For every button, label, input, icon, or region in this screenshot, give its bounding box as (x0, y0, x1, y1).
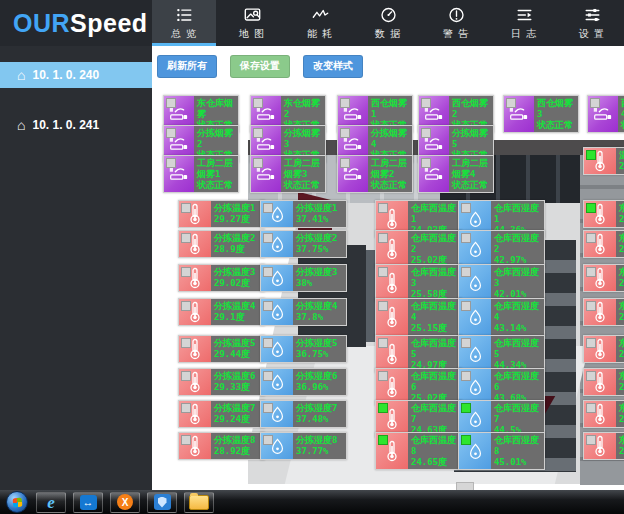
tile-checkbox[interactable] (461, 338, 471, 348)
smoke-detector-tile[interactable]: 西仓烟雾4 状态正常 (587, 95, 624, 133)
sensor-tile[interactable]: 分拣温度1 29.27度 (178, 200, 265, 228)
tile-checkbox[interactable] (586, 371, 596, 381)
tab-日志[interactable]: 日 志 (492, 0, 556, 46)
sensor-tile[interactable]: 东仓温度6 23 (583, 368, 624, 396)
security-shield[interactable] (147, 492, 177, 513)
sensor-tile[interactable]: 仓库西温度4 25.15度 (375, 298, 462, 336)
sensor-tile[interactable]: 分拣温度6 29.33度 (178, 368, 265, 396)
tile-checkbox[interactable] (378, 403, 388, 413)
file-explorer[interactable] (184, 492, 214, 513)
sensor-tile[interactable]: 分拣温度4 29.1度 (178, 298, 265, 326)
tile-checkbox[interactable] (378, 301, 388, 311)
smoke-detector-tile[interactable]: 工房二层烟雾3 状态正常 (250, 155, 326, 193)
internet-explorer[interactable] (36, 492, 66, 513)
tile-checkbox[interactable] (263, 267, 273, 277)
tile-checkbox[interactable] (586, 338, 596, 348)
tile-checkbox[interactable] (340, 128, 350, 138)
toolbar-button[interactable]: 改变样式 (303, 55, 363, 78)
sensor-tile[interactable]: 仓库西温度8 24.65度 (375, 432, 462, 470)
tile-checkbox[interactable] (253, 128, 263, 138)
sensor-tile[interactable]: 分拣湿度8 37.77% (260, 432, 347, 460)
tile-checkbox[interactable] (263, 233, 273, 243)
sensor-tile[interactable]: 分拣湿度5 36.75% (260, 335, 347, 363)
tile-checkbox[interactable] (421, 98, 431, 108)
tile-checkbox[interactable] (586, 435, 596, 445)
sidebar-item-1010241[interactable]: ⌂ 10. 1. 0. 241 (0, 112, 152, 138)
xampp[interactable] (110, 492, 140, 513)
sensor-tile[interactable]: 分拣温度5 29.44度 (178, 335, 265, 363)
tile-checkbox[interactable] (461, 371, 471, 381)
tile-checkbox[interactable] (263, 435, 273, 445)
sensor-tile[interactable]: 仓库西湿度2 42.97% (458, 230, 545, 268)
tab-能耗[interactable]: 能 耗 (288, 0, 352, 46)
sensor-tile[interactable]: 分拣温度2 28.9度 (178, 230, 265, 258)
tile-checkbox[interactable] (263, 301, 273, 311)
tile-checkbox[interactable] (181, 403, 191, 413)
toolbar-button[interactable]: 保存设置 (230, 55, 290, 78)
sensor-tile[interactable]: 分拣温度8 28.92度 (178, 432, 265, 460)
tile-checkbox[interactable] (586, 267, 596, 277)
tile-checkbox[interactable] (421, 158, 431, 168)
tile-checkbox[interactable] (181, 267, 191, 277)
smoke-detector-tile[interactable]: 工房二层烟雾4 状态正常 (418, 155, 494, 193)
tile-checkbox[interactable] (590, 98, 600, 108)
tile-checkbox[interactable] (181, 203, 191, 213)
windows-start-button[interactable] (5, 492, 29, 513)
tile-checkbox[interactable] (461, 203, 471, 213)
sensor-tile[interactable]: 分拣湿度7 37.48% (260, 400, 347, 428)
sensor-tile[interactable]: 仓库西湿度8 45.01% (458, 432, 545, 470)
sensor-tile[interactable]: 仓库西温度3 25.58度 (375, 264, 462, 302)
tile-checkbox[interactable] (166, 98, 176, 108)
smoke-detector-tile[interactable]: 工房二层烟雾1 状态正常 (163, 155, 239, 193)
sensor-tile[interactable]: 分拣温度3 29.02度 (178, 264, 265, 292)
sensor-tile[interactable]: 东仓温度8 24 (583, 432, 624, 460)
sensor-tile[interactable]: 分拣湿度1 37.41% (260, 200, 347, 228)
tile-checkbox[interactable] (378, 203, 388, 213)
tile-checkbox[interactable] (263, 338, 273, 348)
tab-警告[interactable]: 警 告 (424, 0, 488, 46)
tile-checkbox[interactable] (181, 301, 191, 311)
tab-总览[interactable]: 总 览 (152, 0, 216, 46)
sensor-tile[interactable]: 分拣湿度3 38% (260, 264, 347, 292)
tile-checkbox[interactable] (253, 158, 263, 168)
sensor-tile[interactable]: 温度 27 (583, 147, 624, 175)
tile-checkbox[interactable] (461, 233, 471, 243)
sensor-tile[interactable]: 东仓温度5 23 (583, 335, 624, 363)
tile-checkbox[interactable] (378, 435, 388, 445)
sensor-tile[interactable]: 东仓温度2 24 (583, 230, 624, 258)
sensor-tile[interactable]: 东仓温度3 24 (583, 264, 624, 292)
tile-checkbox[interactable] (263, 203, 273, 213)
tile-checkbox[interactable] (586, 203, 596, 213)
tile-checkbox[interactable] (181, 371, 191, 381)
tile-checkbox[interactable] (461, 301, 471, 311)
tile-checkbox[interactable] (586, 150, 596, 160)
tile-checkbox[interactable] (340, 98, 350, 108)
tab-设置[interactable]: 设 置 (560, 0, 624, 46)
tile-checkbox[interactable] (461, 267, 471, 277)
tile-checkbox[interactable] (378, 371, 388, 381)
tile-checkbox[interactable] (166, 128, 176, 138)
tile-checkbox[interactable] (421, 128, 431, 138)
tab-地图[interactable]: 地 图 (220, 0, 284, 46)
sensor-tile[interactable]: 仓库西湿度3 42.01% (458, 264, 545, 302)
tile-checkbox[interactable] (506, 98, 516, 108)
tile-checkbox[interactable] (181, 435, 191, 445)
sensor-tile[interactable]: 分拣湿度2 37.75% (260, 230, 347, 258)
sensor-tile[interactable]: 仓库西温度2 25.02度 (375, 230, 462, 268)
sensor-tile[interactable]: 东仓温度4 24 (583, 298, 624, 326)
tile-checkbox[interactable] (263, 371, 273, 381)
tile-checkbox[interactable] (181, 233, 191, 243)
smoke-detector-tile[interactable]: 西仓烟雾3 状态正常 (503, 95, 579, 133)
sensor-tile[interactable]: 东仓温度7 24 (583, 400, 624, 428)
tile-checkbox[interactable] (461, 435, 471, 445)
toolbar-button[interactable]: 刷新所有 (157, 55, 217, 78)
teamviewer[interactable] (73, 492, 103, 513)
tile-checkbox[interactable] (586, 301, 596, 311)
sensor-tile[interactable]: 分拣湿度6 36.96% (260, 368, 347, 396)
tab-数据[interactable]: 数 据 (356, 0, 420, 46)
sidebar-item-1010240[interactable]: ⌂ 10. 1. 0. 240 (0, 62, 152, 88)
tile-checkbox[interactable] (181, 338, 191, 348)
tile-checkbox[interactable] (586, 403, 596, 413)
smoke-detector-tile[interactable]: 工房二层烟雾2 状态正常 (337, 155, 413, 193)
tile-checkbox[interactable] (263, 403, 273, 413)
